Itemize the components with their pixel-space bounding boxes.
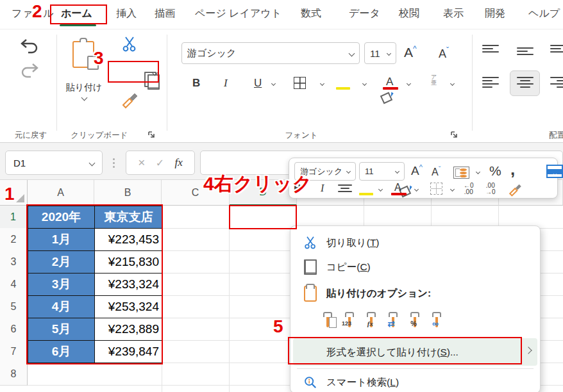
annotation-step-2: 2 bbox=[32, 3, 42, 20]
phonetic-dropdown-chevron[interactable] bbox=[450, 81, 455, 86]
insert-function-icon[interactable]: fx bbox=[174, 156, 182, 169]
annotation-box-cell-d1 bbox=[229, 205, 297, 229]
redo-icon[interactable] bbox=[19, 61, 40, 81]
tab-insert[interactable]: 挿入 bbox=[116, 7, 137, 20]
top-align-icon[interactable] bbox=[482, 45, 499, 53]
name-box[interactable]: D1 bbox=[5, 151, 103, 175]
cut-icon[interactable] bbox=[122, 36, 137, 53]
italic-button[interactable]: I bbox=[224, 77, 228, 90]
paste-dropdown-chevron[interactable] bbox=[81, 95, 88, 101]
paste-link-icon[interactable]: ∞ bbox=[435, 315, 438, 327]
shrink-font-button[interactable]: Aˇ bbox=[439, 46, 449, 61]
comma-style-button[interactable]: , bbox=[510, 159, 515, 179]
font-color-dropdown-chevron[interactable] bbox=[407, 81, 411, 86]
decrease-decimal-button[interactable]: .00 →0 bbox=[485, 183, 496, 195]
row-header-4[interactable]: 4 bbox=[0, 273, 28, 296]
paste-formatting-icon[interactable]: % bbox=[414, 315, 416, 327]
mini-italic-button[interactable]: I bbox=[321, 183, 324, 194]
annotation-step-3: 3 bbox=[94, 49, 104, 67]
row-header-3[interactable]: 3 bbox=[0, 250, 28, 274]
grow-font-button[interactable]: A^ bbox=[404, 44, 417, 60]
tab-data[interactable]: データ bbox=[349, 7, 380, 20]
enter-icon[interactable]: ✓ bbox=[156, 157, 164, 169]
accounting-format-icon[interactable] bbox=[453, 167, 469, 179]
tab-formulas[interactable]: 数式 bbox=[301, 7, 321, 20]
smart-lookup-icon bbox=[302, 375, 319, 389]
annotation-box-copy-button bbox=[108, 61, 159, 83]
paste-button[interactable] bbox=[72, 41, 94, 68]
borders-dropdown-chevron[interactable] bbox=[320, 81, 324, 86]
mini-borders-icon[interactable] bbox=[430, 183, 442, 195]
tab-developer[interactable]: 開発 bbox=[485, 7, 505, 20]
merge-center-icon[interactable]: ↔ bbox=[546, 165, 563, 178]
font-color-button[interactable]: A bbox=[386, 76, 393, 88]
column-header-a[interactable]: A bbox=[28, 180, 94, 206]
accounting-dropdown-chevron[interactable] bbox=[476, 170, 480, 174]
format-painter-icon[interactable] bbox=[121, 90, 140, 109]
fill-color-icon[interactable] bbox=[380, 92, 392, 102]
mini-grow-font-button[interactable]: A^ bbox=[411, 163, 423, 178]
clipboard-dialog-launcher-icon[interactable] bbox=[147, 131, 156, 139]
borders-icon[interactable] bbox=[294, 77, 306, 89]
menu-item-cut[interactable]: 切り取り(T) bbox=[290, 233, 540, 253]
font-name-combo[interactable]: 游ゴシック bbox=[181, 42, 360, 64]
tab-view[interactable]: 表示 bbox=[443, 7, 464, 20]
tab-page-layout[interactable]: ページ レイアウト bbox=[195, 7, 282, 20]
tab-help[interactable]: ヘルプ bbox=[528, 7, 560, 20]
menu-separator bbox=[297, 368, 534, 369]
align-center-icon[interactable] bbox=[517, 77, 534, 88]
tab-draw[interactable]: 描画 bbox=[155, 7, 175, 20]
cancel-icon[interactable]: × bbox=[138, 156, 145, 170]
fill-color-dropdown-chevron[interactable] bbox=[362, 81, 367, 86]
font-dialog-launcher-icon[interactable] bbox=[450, 131, 458, 139]
bold-button[interactable]: B bbox=[192, 77, 200, 90]
underline-button[interactable]: U bbox=[254, 77, 262, 90]
column-header-b[interactable]: B bbox=[94, 180, 162, 206]
row-header-2[interactable]: 2 bbox=[0, 228, 28, 251]
clipboard-group-label: クリップボード bbox=[62, 130, 137, 141]
menu-item-paste-options: 貼り付けのオプション: bbox=[290, 282, 540, 304]
percent-style-button[interactable]: % bbox=[489, 163, 501, 179]
row-header-7[interactable]: 7 bbox=[0, 340, 28, 363]
mini-center-icon[interactable] bbox=[338, 184, 352, 192]
align-right-icon[interactable] bbox=[550, 77, 563, 88]
row-header-5[interactable]: 5 bbox=[0, 295, 28, 318]
mini-font-color-button[interactable]: A bbox=[394, 182, 401, 193]
font-size-combo[interactable]: 11 bbox=[364, 42, 396, 64]
align-left-icon[interactable] bbox=[482, 77, 499, 88]
undo-icon[interactable] bbox=[19, 37, 40, 56]
alignment-group-label: 配置 bbox=[549, 130, 563, 141]
row-header-8[interactable]: 8 bbox=[0, 363, 28, 386]
formula-bar-resize-dots[interactable] bbox=[113, 158, 115, 160]
paste-formulas-icon[interactable]: fx bbox=[370, 315, 373, 327]
excel-window: ファイル ホーム 挿入 描画 ページ レイアウト 数式 データ 校閲 表示 開発… bbox=[0, 0, 563, 392]
mini-format-painter-icon[interactable] bbox=[507, 181, 524, 197]
paste-options-icon bbox=[302, 286, 319, 302]
gridline bbox=[229, 206, 230, 392]
menu-item-smart-lookup[interactable]: スマート検索(L) bbox=[290, 372, 540, 392]
undo-group-label: 元に戻す bbox=[9, 130, 53, 141]
mini-font-size-combo[interactable]: 11 bbox=[359, 162, 405, 181]
mini-shrink-font-button[interactable]: Aˇ bbox=[432, 165, 441, 178]
paste-values-icon[interactable]: 123 bbox=[348, 315, 351, 327]
mini-font-size-value: 11 bbox=[365, 167, 374, 176]
annotation-box-home-tab bbox=[50, 4, 107, 24]
mini-font-color-dropdown-chevron[interactable] bbox=[414, 187, 419, 192]
menu-item-copy[interactable]: コピー(C) bbox=[290, 257, 540, 277]
paste-icon[interactable] bbox=[326, 315, 329, 327]
row-header-6[interactable]: 6 bbox=[0, 318, 28, 341]
row-header-1[interactable]: 1 bbox=[0, 206, 28, 229]
bottom-align-icon[interactable] bbox=[550, 45, 563, 53]
phonetic-guide-button[interactable]: ア亜 bbox=[431, 74, 437, 86]
paste-transpose-icon[interactable]: ⇄ bbox=[392, 315, 394, 327]
cut-icon bbox=[302, 236, 319, 250]
middle-align-icon[interactable] bbox=[517, 47, 534, 55]
tab-review[interactable]: 校閲 bbox=[399, 7, 419, 20]
paste-button-label[interactable]: 貼り付け bbox=[63, 82, 105, 94]
underline-dropdown-chevron[interactable] bbox=[271, 81, 276, 86]
mini-fill-dropdown-chevron[interactable] bbox=[378, 187, 383, 192]
mini-borders-dropdown-chevron[interactable] bbox=[450, 187, 455, 192]
context-menu: 切り取り(T) コピー(C) 貼り付けのオプション: 123 fx ⇄ % ∞ … bbox=[290, 225, 541, 392]
increase-decimal-button[interactable]: ←0 .00 bbox=[464, 183, 474, 195]
font-group-label: フォント bbox=[269, 130, 333, 141]
